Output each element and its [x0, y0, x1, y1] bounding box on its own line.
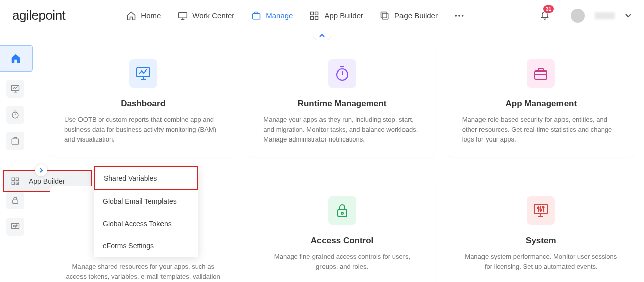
sidebar-home[interactable]	[0, 45, 33, 72]
nav-home[interactable]: Home	[126, 10, 161, 21]
grid-check-icon	[11, 177, 20, 186]
notifications-button[interactable]: 31	[540, 9, 550, 22]
header-divider	[560, 8, 560, 23]
svg-rect-1	[253, 13, 260, 19]
sidebar-access-control[interactable]	[6, 191, 24, 209]
header-collapse-toggle[interactable]	[313, 31, 331, 40]
card-access-control[interactable]: Access Control Manage fine-grained acces…	[249, 186, 435, 282]
sidebar-expand-toggle[interactable]	[35, 164, 47, 176]
card-title: App Management	[462, 99, 620, 109]
card-dashboard-icon	[129, 59, 157, 88]
chevron-down-icon	[625, 13, 632, 18]
chart-monitor-icon	[136, 66, 151, 81]
user-menu-toggle[interactable]	[625, 11, 632, 20]
home-icon	[126, 10, 137, 21]
stopwatch-icon	[11, 110, 20, 119]
chevron-up-icon	[319, 34, 325, 38]
nav-manage[interactable]: Manage	[251, 10, 293, 21]
header-right: 31	[540, 8, 632, 23]
card-runtime-icon	[328, 59, 356, 88]
svg-rect-20	[16, 178, 19, 180]
card-title: Access Control	[263, 236, 421, 246]
svg-point-27	[341, 212, 343, 214]
sidebar-dashboard[interactable]	[6, 80, 24, 98]
nav-work-center[interactable]: Work Center	[177, 10, 234, 21]
briefcase-icon	[251, 10, 262, 21]
nav-app-builder[interactable]: App Builder	[309, 10, 363, 21]
card-app-management[interactable]: App Management Manage role-based securit…	[448, 44, 634, 157]
card-app-mgmt-icon	[527, 59, 555, 88]
sliders-monitor-icon	[533, 203, 548, 218]
nav-more[interactable]	[454, 10, 465, 21]
svg-rect-25	[535, 71, 547, 79]
sidebar-system[interactable]	[6, 218, 24, 236]
sidebar-app-management[interactable]	[6, 132, 24, 150]
card-runtime[interactable]: Runtime Management Manage your apps as t…	[249, 44, 435, 157]
svg-rect-4	[311, 16, 314, 19]
card-title: Dashboard	[64, 99, 222, 109]
card-title: System	[462, 236, 620, 246]
nav-page-builder-label: Page Builder	[394, 11, 438, 20]
grid-icon	[309, 10, 320, 21]
svg-rect-19	[12, 178, 14, 180]
card-desc: Manage your apps as they run, including …	[263, 115, 421, 145]
svg-rect-26	[338, 209, 347, 217]
card-system[interactable]: System Manage system performance. Monito…	[448, 186, 634, 282]
card-desc: Manage role-based security for apps, ent…	[462, 115, 620, 145]
chevron-right-icon	[39, 168, 43, 173]
nav-work-center-label: Work Center	[192, 11, 234, 20]
avatar[interactable]	[571, 9, 585, 23]
svg-rect-5	[315, 16, 318, 19]
nav-page-builder[interactable]: Page Builder	[379, 10, 438, 21]
card-access-control-icon	[328, 196, 356, 225]
svg-rect-13	[12, 139, 19, 144]
svg-point-16	[13, 225, 14, 226]
lock-icon	[336, 203, 349, 218]
main-nav: Home Work Center Manage App Builder Page…	[126, 10, 465, 21]
header: agilepoint Home Work Center Manage App B…	[0, 0, 644, 31]
card-system-icon	[527, 196, 555, 225]
svg-rect-3	[315, 12, 318, 15]
sidebar	[0, 40, 30, 236]
nav-app-builder-label: App Builder	[324, 11, 363, 20]
svg-rect-2	[311, 12, 314, 15]
svg-point-17	[15, 226, 16, 227]
layers-icon	[379, 10, 390, 21]
nav-home-label: Home	[141, 11, 161, 20]
svg-point-9	[458, 15, 460, 17]
card-desc: Use OOTB or custom reports that combine …	[64, 115, 222, 145]
card-dashboard[interactable]: Dashboard Use OOTB or custom reports tha…	[50, 44, 236, 157]
card-desc: Manage system performance. Monitor user …	[462, 252, 620, 271]
card-title: Runtime Management	[263, 99, 421, 109]
briefcase-icon	[11, 136, 20, 146]
app-builder-submenu: Shared Variables Global Email Templates …	[94, 166, 198, 257]
lock-icon	[11, 196, 20, 205]
submenu-eforms-settings[interactable]: eForms Settings	[94, 235, 198, 257]
submenu-global-access-tokens[interactable]: Global Access Tokens	[94, 213, 198, 235]
more-icon	[454, 10, 465, 21]
cards-row-1: Dashboard Use OOTB or custom reports tha…	[50, 44, 634, 157]
svg-point-8	[455, 15, 457, 17]
monitor-icon	[177, 10, 188, 21]
svg-rect-21	[12, 182, 14, 185]
submenu-shared-variables[interactable]: Shared Variables	[94, 166, 198, 190]
chart-monitor-icon	[11, 84, 20, 93]
brand-logo: agilepoint	[12, 8, 65, 23]
svg-point-10	[462, 15, 464, 17]
svg-rect-0	[179, 12, 187, 18]
nav-manage-label: Manage	[266, 11, 293, 20]
card-desc: Manage fine-grained access controls for …	[263, 252, 421, 271]
sidebar-item-label: App Builder	[29, 177, 65, 185]
card-desc: Manage shared resources for your apps, s…	[64, 262, 222, 281]
notification-badge: 31	[543, 5, 554, 13]
svg-rect-14	[13, 200, 18, 204]
username	[595, 12, 615, 19]
sliders-icon	[11, 222, 20, 231]
sidebar-runtime[interactable]	[6, 106, 24, 124]
svg-point-18	[16, 225, 17, 226]
stopwatch-icon	[335, 66, 349, 81]
toolbox-icon	[533, 66, 548, 81]
home-icon	[10, 53, 21, 64]
submenu-global-email-templates[interactable]: Global Email Templates	[94, 190, 198, 213]
